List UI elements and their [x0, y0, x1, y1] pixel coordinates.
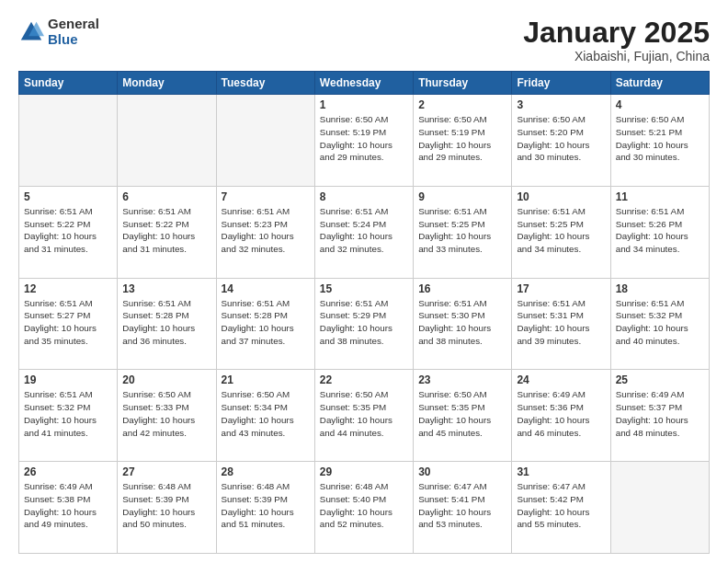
day-info: Sunrise: 6:51 AM Sunset: 5:26 PM Dayligh… — [616, 205, 704, 256]
day-info: Sunrise: 6:48 AM Sunset: 5:39 PM Dayligh… — [222, 480, 310, 531]
calendar-cell: 4Sunrise: 6:50 AM Sunset: 5:21 PM Daylig… — [610, 95, 709, 187]
day-info: Sunrise: 6:51 AM Sunset: 5:25 PM Dayligh… — [418, 205, 506, 256]
day-info: Sunrise: 6:51 AM Sunset: 5:29 PM Dayligh… — [320, 297, 408, 348]
day-info: Sunrise: 6:51 AM Sunset: 5:22 PM Dayligh… — [122, 205, 210, 256]
day-number: 10 — [517, 190, 605, 203]
day-number: 12 — [24, 282, 112, 295]
calendar-cell: 20Sunrise: 6:50 AM Sunset: 5:33 PM Dayli… — [118, 370, 216, 462]
calendar-cell: 17Sunrise: 6:51 AM Sunset: 5:31 PM Dayli… — [512, 278, 610, 370]
day-info: Sunrise: 6:50 AM Sunset: 5:20 PM Dayligh… — [517, 113, 605, 164]
day-number: 31 — [517, 465, 605, 478]
day-number: 23 — [418, 373, 506, 386]
day-info: Sunrise: 6:51 AM Sunset: 5:23 PM Dayligh… — [222, 205, 310, 256]
calendar-cell: 7Sunrise: 6:51 AM Sunset: 5:23 PM Daylig… — [216, 186, 314, 278]
calendar-cell: 30Sunrise: 6:47 AM Sunset: 5:41 PM Dayli… — [414, 462, 512, 554]
day-info: Sunrise: 6:50 AM Sunset: 5:34 PM Dayligh… — [222, 388, 310, 439]
day-number: 30 — [418, 465, 506, 478]
day-number: 3 — [517, 98, 605, 111]
day-number: 18 — [616, 282, 704, 295]
calendar-cell: 11Sunrise: 6:51 AM Sunset: 5:26 PM Dayli… — [610, 186, 709, 278]
page: General Blue January 2025 Xiabaishi, Fuj… — [0, 0, 728, 563]
day-info: Sunrise: 6:49 AM Sunset: 5:37 PM Dayligh… — [616, 388, 704, 439]
day-info: Sunrise: 6:51 AM Sunset: 5:28 PM Dayligh… — [122, 297, 210, 348]
day-info: Sunrise: 6:51 AM Sunset: 5:27 PM Dayligh… — [24, 297, 112, 348]
day-info: Sunrise: 6:51 AM Sunset: 5:30 PM Dayligh… — [418, 297, 506, 348]
weekday-header-friday: Friday — [512, 72, 610, 95]
logo-general: General — [48, 17, 99, 32]
calendar-week-1: 5Sunrise: 6:51 AM Sunset: 5:22 PM Daylig… — [19, 186, 710, 278]
day-number: 6 — [122, 190, 210, 203]
day-info: Sunrise: 6:51 AM Sunset: 5:24 PM Dayligh… — [320, 205, 408, 256]
day-number: 11 — [616, 190, 704, 203]
calendar-cell: 13Sunrise: 6:51 AM Sunset: 5:28 PM Dayli… — [118, 278, 216, 370]
day-number: 22 — [320, 373, 408, 386]
calendar-cell: 1Sunrise: 6:50 AM Sunset: 5:19 PM Daylig… — [314, 95, 413, 187]
day-number: 27 — [122, 465, 210, 478]
weekday-header-saturday: Saturday — [610, 72, 709, 95]
day-number: 20 — [122, 373, 210, 386]
day-number: 13 — [122, 282, 210, 295]
day-number: 4 — [616, 98, 704, 111]
calendar-week-4: 26Sunrise: 6:49 AM Sunset: 5:38 PM Dayli… — [19, 462, 710, 554]
day-number: 29 — [320, 465, 408, 478]
calendar-cell: 29Sunrise: 6:48 AM Sunset: 5:40 PM Dayli… — [314, 462, 413, 554]
day-info: Sunrise: 6:50 AM Sunset: 5:19 PM Dayligh… — [418, 113, 506, 164]
day-info: Sunrise: 6:51 AM Sunset: 5:32 PM Dayligh… — [616, 297, 704, 348]
calendar-cell: 3Sunrise: 6:50 AM Sunset: 5:20 PM Daylig… — [512, 95, 610, 187]
day-info: Sunrise: 6:51 AM Sunset: 5:28 PM Dayligh… — [222, 297, 310, 348]
day-info: Sunrise: 6:50 AM Sunset: 5:33 PM Dayligh… — [122, 388, 210, 439]
calendar-week-0: 1Sunrise: 6:50 AM Sunset: 5:19 PM Daylig… — [19, 95, 710, 187]
calendar-cell: 21Sunrise: 6:50 AM Sunset: 5:34 PM Dayli… — [216, 370, 314, 462]
calendar-cell: 25Sunrise: 6:49 AM Sunset: 5:37 PM Dayli… — [610, 370, 709, 462]
day-info: Sunrise: 6:50 AM Sunset: 5:21 PM Dayligh… — [616, 113, 704, 164]
header: General Blue January 2025 Xiabaishi, Fuj… — [18, 17, 710, 63]
day-info: Sunrise: 6:48 AM Sunset: 5:39 PM Dayligh… — [122, 480, 210, 531]
weekday-header-wednesday: Wednesday — [314, 72, 413, 95]
day-number: 28 — [222, 465, 310, 478]
calendar-cell: 15Sunrise: 6:51 AM Sunset: 5:29 PM Dayli… — [314, 278, 413, 370]
day-info: Sunrise: 6:47 AM Sunset: 5:42 PM Dayligh… — [517, 480, 605, 531]
calendar-cell — [19, 95, 118, 187]
calendar-cell — [216, 95, 314, 187]
day-number: 14 — [222, 282, 310, 295]
logo: General Blue — [18, 17, 99, 47]
calendar-header: SundayMondayTuesdayWednesdayThursdayFrid… — [19, 72, 710, 95]
weekday-header-monday: Monday — [118, 72, 216, 95]
day-info: Sunrise: 6:50 AM Sunset: 5:35 PM Dayligh… — [418, 388, 506, 439]
day-number: 9 — [418, 190, 506, 203]
subtitle: Xiabaishi, Fujian, China — [523, 49, 710, 63]
day-info: Sunrise: 6:50 AM Sunset: 5:35 PM Dayligh… — [320, 388, 408, 439]
weekday-header-tuesday: Tuesday — [216, 72, 314, 95]
weekday-row: SundayMondayTuesdayWednesdayThursdayFrid… — [19, 72, 710, 95]
day-number: 21 — [222, 373, 310, 386]
logo-icon — [18, 19, 44, 45]
day-number: 2 — [418, 98, 506, 111]
calendar-cell: 6Sunrise: 6:51 AM Sunset: 5:22 PM Daylig… — [118, 186, 216, 278]
calendar-cell: 2Sunrise: 6:50 AM Sunset: 5:19 PM Daylig… — [414, 95, 512, 187]
calendar-body: 1Sunrise: 6:50 AM Sunset: 5:19 PM Daylig… — [19, 95, 710, 554]
day-number: 19 — [24, 373, 112, 386]
calendar-cell: 26Sunrise: 6:49 AM Sunset: 5:38 PM Dayli… — [19, 462, 118, 554]
title-block: January 2025 Xiabaishi, Fujian, China — [523, 17, 710, 63]
logo-blue: Blue — [48, 32, 99, 48]
calendar-cell: 8Sunrise: 6:51 AM Sunset: 5:24 PM Daylig… — [314, 186, 413, 278]
calendar-cell: 5Sunrise: 6:51 AM Sunset: 5:22 PM Daylig… — [19, 186, 118, 278]
day-number: 8 — [320, 190, 408, 203]
day-info: Sunrise: 6:51 AM Sunset: 5:32 PM Dayligh… — [24, 388, 112, 439]
calendar-cell — [610, 462, 709, 554]
day-info: Sunrise: 6:49 AM Sunset: 5:36 PM Dayligh… — [517, 388, 605, 439]
calendar-week-2: 12Sunrise: 6:51 AM Sunset: 5:27 PM Dayli… — [19, 278, 710, 370]
calendar-week-3: 19Sunrise: 6:51 AM Sunset: 5:32 PM Dayli… — [19, 370, 710, 462]
weekday-header-sunday: Sunday — [19, 72, 118, 95]
month-title: January 2025 — [523, 17, 710, 49]
day-number: 24 — [517, 373, 605, 386]
calendar-cell — [118, 95, 216, 187]
calendar-cell: 10Sunrise: 6:51 AM Sunset: 5:25 PM Dayli… — [512, 186, 610, 278]
day-info: Sunrise: 6:49 AM Sunset: 5:38 PM Dayligh… — [24, 480, 112, 531]
calendar-cell: 22Sunrise: 6:50 AM Sunset: 5:35 PM Dayli… — [314, 370, 413, 462]
calendar-cell: 27Sunrise: 6:48 AM Sunset: 5:39 PM Dayli… — [118, 462, 216, 554]
day-info: Sunrise: 6:51 AM Sunset: 5:31 PM Dayligh… — [517, 297, 605, 348]
day-number: 1 — [320, 98, 408, 111]
day-info: Sunrise: 6:51 AM Sunset: 5:22 PM Dayligh… — [24, 205, 112, 256]
calendar-cell: 14Sunrise: 6:51 AM Sunset: 5:28 PM Dayli… — [216, 278, 314, 370]
